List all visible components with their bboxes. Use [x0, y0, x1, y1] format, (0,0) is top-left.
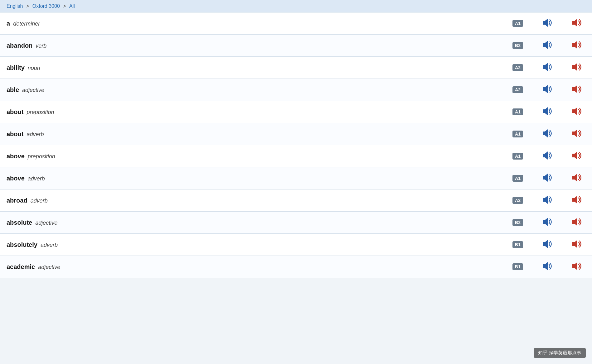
svg-marker-2 [543, 41, 548, 49]
table-row: ableadjectiveA2 [0, 79, 592, 101]
speaker-uk-icon[interactable] [542, 62, 553, 72]
breadcrumb-english[interactable]: English [7, 3, 23, 9]
audio-us-cell[interactable] [562, 189, 592, 212]
level-badge: A1 [512, 153, 523, 160]
word-cell: abroadadverb [0, 189, 503, 212]
level-cell: B2 [503, 35, 533, 57]
audio-us-cell[interactable] [562, 12, 592, 35]
audio-uk-cell[interactable] [532, 212, 562, 234]
table-row: absolutelyadverbB1 [0, 234, 592, 256]
audio-us-cell[interactable] [562, 79, 592, 101]
word-name: absolute [7, 219, 32, 226]
speaker-us-icon[interactable] [572, 261, 582, 271]
audio-us-cell[interactable] [562, 167, 592, 189]
speaker-uk-icon[interactable] [542, 173, 553, 182]
speaker-us-icon[interactable] [572, 173, 582, 182]
audio-us-cell[interactable] [562, 101, 592, 123]
svg-marker-9 [572, 107, 577, 115]
word-name: ability [7, 64, 25, 71]
svg-marker-3 [572, 41, 577, 49]
audio-us-cell[interactable] [562, 256, 592, 278]
audio-us-cell[interactable] [562, 57, 592, 79]
level-badge: A2 [512, 64, 523, 71]
audio-uk-cell[interactable] [532, 167, 562, 189]
speaker-uk-icon[interactable] [542, 217, 553, 227]
audio-uk-cell[interactable] [532, 79, 562, 101]
svg-marker-12 [543, 151, 548, 160]
table-row: academicadjectiveB1 [0, 256, 592, 278]
svg-marker-15 [572, 174, 577, 182]
level-badge: B1 [512, 241, 523, 248]
speaker-us-icon[interactable] [572, 84, 582, 94]
breadcrumb-all[interactable]: All [69, 3, 75, 9]
audio-us-cell[interactable] [562, 35, 592, 57]
speaker-us-icon[interactable] [572, 151, 582, 160]
word-name: about [7, 131, 23, 137]
svg-marker-18 [543, 218, 548, 226]
word-cell: ableadjective [0, 79, 503, 101]
word-pos: adjective [38, 264, 60, 270]
audio-uk-cell[interactable] [532, 189, 562, 212]
level-badge: A2 [512, 86, 523, 93]
level-badge: B2 [512, 42, 523, 49]
speaker-us-icon[interactable] [572, 129, 582, 138]
table-row: aboveprepositionA1 [0, 145, 592, 167]
level-cell: A2 [503, 79, 533, 101]
svg-marker-7 [572, 85, 577, 93]
word-pos: preposition [27, 109, 54, 115]
level-badge: A2 [512, 197, 523, 204]
audio-us-cell[interactable] [562, 234, 592, 256]
audio-us-cell[interactable] [562, 123, 592, 145]
word-name: academic [7, 263, 35, 270]
word-cell: absoluteadjective [0, 212, 503, 234]
word-table: adeterminerA1 abandonverbB2 [0, 12, 592, 278]
table-row: aboutprepositionA1 [0, 101, 592, 123]
audio-uk-cell[interactable] [532, 145, 562, 167]
audio-uk-cell[interactable] [532, 101, 562, 123]
audio-uk-cell[interactable] [532, 123, 562, 145]
speaker-uk-icon[interactable] [542, 107, 553, 116]
speaker-uk-icon[interactable] [542, 40, 553, 50]
level-badge: A1 [512, 108, 523, 115]
speaker-uk-icon[interactable] [542, 129, 553, 138]
table-row: aboveadverbA1 [0, 167, 592, 189]
speaker-us-icon[interactable] [572, 107, 582, 116]
speaker-us-icon[interactable] [572, 40, 582, 50]
word-name: above [7, 153, 25, 160]
audio-uk-cell[interactable] [532, 35, 562, 57]
word-pos: verb [36, 43, 46, 49]
speaker-us-icon[interactable] [572, 239, 582, 249]
word-cell: abandonverb [0, 35, 503, 57]
svg-marker-0 [543, 19, 548, 27]
speaker-uk-icon[interactable] [542, 195, 553, 204]
level-badge: A1 [512, 20, 523, 27]
audio-uk-cell[interactable] [532, 256, 562, 278]
word-pos: adverb [27, 131, 44, 137]
speaker-uk-icon[interactable] [542, 151, 553, 160]
audio-us-cell[interactable] [562, 212, 592, 234]
speaker-uk-icon[interactable] [542, 18, 553, 27]
word-name: able [7, 86, 19, 93]
svg-marker-16 [543, 196, 548, 204]
audio-uk-cell[interactable] [532, 12, 562, 35]
level-cell: A1 [503, 167, 533, 189]
audio-us-cell[interactable] [562, 145, 592, 167]
audio-uk-cell[interactable] [532, 234, 562, 256]
svg-marker-11 [572, 129, 577, 137]
speaker-uk-icon[interactable] [542, 261, 553, 271]
speaker-uk-icon[interactable] [542, 239, 553, 249]
level-badge: A1 [512, 131, 523, 137]
speaker-us-icon[interactable] [572, 62, 582, 72]
word-cell: absolutelyadverb [0, 234, 503, 256]
speaker-uk-icon[interactable] [542, 84, 553, 94]
audio-uk-cell[interactable] [532, 57, 562, 79]
word-name: above [7, 175, 25, 182]
svg-marker-20 [543, 240, 548, 248]
word-cell: adeterminer [0, 12, 503, 35]
speaker-us-icon[interactable] [572, 217, 582, 227]
word-cell: aboveadverb [0, 167, 503, 189]
svg-marker-17 [572, 196, 577, 204]
breadcrumb-oxford[interactable]: Oxford 3000 [32, 3, 60, 9]
speaker-us-icon[interactable] [572, 18, 582, 27]
speaker-us-icon[interactable] [572, 195, 582, 204]
